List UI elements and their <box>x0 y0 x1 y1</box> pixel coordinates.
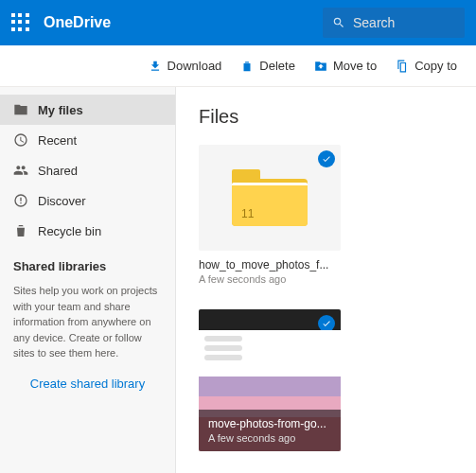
sidebar-item-recent[interactable]: Recent <box>0 125 175 155</box>
file-meta: A few seconds ago <box>208 432 331 444</box>
page-title: Files <box>199 106 453 128</box>
sidebar-item-discover[interactable]: Discover <box>0 185 175 216</box>
nav-label: Shared <box>38 164 78 178</box>
delete-button[interactable]: Delete <box>233 53 303 79</box>
sidebar-item-recycle[interactable]: Recycle bin <box>0 216 175 246</box>
image-thumbnail: move-photos-from-go... A few seconds ago <box>199 309 341 451</box>
copy-to-label: Copy to <box>414 59 457 73</box>
sidebar-item-my-files[interactable]: My files <box>0 95 175 125</box>
file-grid: 11 how_to_move_photos_f... A few seconds… <box>199 145 453 451</box>
shared-libraries-title: Shared libraries <box>0 246 175 279</box>
file-name: move-photos-from-go... <box>208 417 331 430</box>
sidebar: My files Recent Shared Discover Recycle … <box>0 87 176 473</box>
people-icon <box>13 163 28 178</box>
app-header: OneDrive <box>0 0 476 45</box>
move-to-label: Move to <box>333 59 377 73</box>
app-launcher-icon[interactable] <box>11 13 30 32</box>
search-input[interactable] <box>353 15 448 30</box>
selected-check-icon[interactable] <box>318 150 335 167</box>
brand-label: OneDrive <box>44 14 323 31</box>
download-button[interactable]: Download <box>141 53 230 79</box>
folder-icon: 11 <box>232 169 308 226</box>
delete-icon <box>240 60 254 73</box>
nav-label: Discover <box>38 194 86 208</box>
command-bar: Download Delete Move to Copy to <box>0 45 476 87</box>
sidebar-item-shared[interactable]: Shared <box>0 155 175 185</box>
nav-label: My files <box>38 103 83 117</box>
file-meta: A few seconds ago <box>199 273 341 285</box>
delete-label: Delete <box>259 59 295 73</box>
file-tile-folder[interactable]: 11 how_to_move_photos_f... A few seconds… <box>199 145 341 285</box>
folder-icon <box>13 102 28 117</box>
nav-label: Recent <box>38 133 77 148</box>
search-icon <box>332 16 345 29</box>
folder-item-count: 11 <box>241 207 254 220</box>
nav-label: Recycle bin <box>38 224 101 238</box>
recycle-icon <box>13 223 28 238</box>
file-tile-image[interactable]: move-photos-from-go... A few seconds ago <box>199 309 341 451</box>
copy-icon <box>396 60 409 73</box>
move-icon <box>314 60 327 73</box>
move-to-button[interactable]: Move to <box>307 53 384 79</box>
create-shared-library-link[interactable]: Create shared library <box>0 365 175 402</box>
search-box[interactable] <box>323 8 465 38</box>
folder-thumbnail: 11 <box>199 145 341 251</box>
main-content: Files 11 how_to_move_photos_f... A few s… <box>176 87 476 473</box>
copy-to-button[interactable]: Copy to <box>388 53 465 79</box>
file-name: how_to_move_photos_f... <box>199 258 341 272</box>
clock-icon <box>13 132 28 148</box>
image-caption-overlay: move-photos-from-go... A few seconds ago <box>199 410 341 451</box>
download-label: Download <box>167 59 222 73</box>
discover-icon <box>13 193 28 208</box>
download-icon <box>149 60 162 73</box>
shared-libraries-desc: Sites help you work on projects with you… <box>0 279 175 365</box>
